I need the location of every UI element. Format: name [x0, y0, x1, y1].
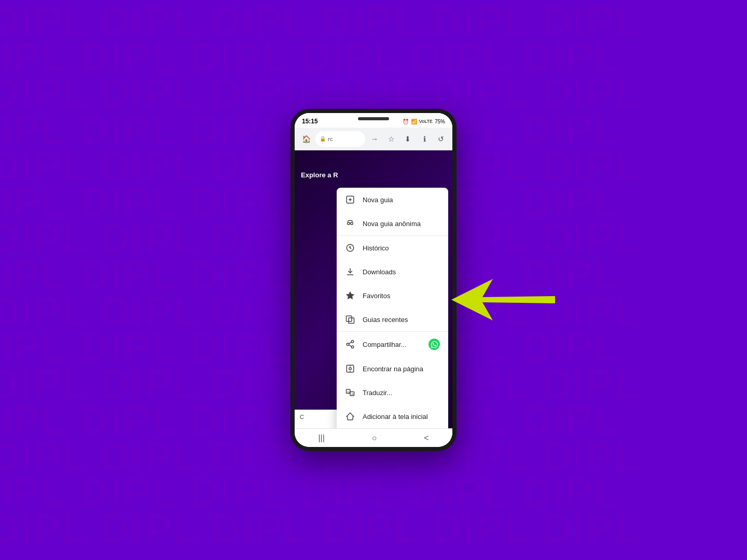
info-icon[interactable]: ℹ [417, 132, 432, 146]
svg-line-13 [349, 345, 351, 346]
compartilhar-icon [345, 339, 355, 349]
forward-icon[interactable]: → [367, 132, 382, 146]
encontrar-label: Encontrar na página [363, 365, 440, 373]
bottom-nav: ||| ○ < [295, 428, 452, 447]
favoritos-icon [345, 290, 355, 301]
anonima-label: Nova guia anônima [363, 220, 440, 228]
dropdown-menu: Nova guia Nova guia anônima [337, 188, 448, 428]
whatsapp-icon [428, 339, 440, 350]
phone-screen: 15:15 ⏰ 📶 VoLTE 75% 🏠 🔒 rc → ☆ ⬇ ℹ [295, 113, 452, 447]
battery-icon: 75% [435, 119, 445, 124]
phone-frame: 15:15 ⏰ 📶 VoLTE 75% 🏠 🔒 rc → ☆ ⬇ ℹ [290, 109, 457, 451]
svg-point-4 [351, 222, 353, 225]
bookmark-icon[interactable]: ☆ [384, 132, 398, 146]
menu-item-guias-recentes[interactable]: Guias recentes [337, 307, 448, 331]
adicionar-tela-icon [345, 411, 355, 422]
arrow-svg [451, 276, 555, 323]
menu-item-nova-guia[interactable]: Nova guia [337, 188, 448, 212]
download-icon[interactable]: ⬇ [400, 132, 415, 146]
svg-marker-7 [347, 292, 354, 299]
anonima-icon [345, 218, 355, 229]
menu-item-historico[interactable]: Histórico [337, 236, 448, 260]
status-icons: ⏰ 📶 VoLTE 75% [403, 119, 445, 124]
nova-guia-icon [345, 194, 355, 205]
nav-menu-button[interactable]: ||| [318, 433, 324, 443]
menu-item-anonima[interactable]: Nova guia anônima [337, 212, 448, 235]
url-bar[interactable]: 🔒 rc [315, 131, 365, 147]
guias-recentes-icon [345, 314, 355, 325]
traduzir-label: Traduzir... [363, 389, 440, 397]
menu-item-favoritos[interactable]: Favoritos [337, 284, 448, 307]
alarm-icon: ⏰ [403, 119, 409, 124]
url-text: rc [328, 136, 333, 142]
menu-item-encontrar[interactable]: Encontrar na página [337, 357, 448, 381]
downloads-label: Downloads [363, 268, 440, 276]
phone-speaker [358, 117, 389, 120]
whatsapp-badge [428, 339, 440, 350]
traduzir-icon: G A [345, 387, 355, 398]
menu-item-traduzir[interactable]: G A Traduzir... [337, 381, 448, 404]
arrow-annotation [451, 276, 555, 325]
signal-icon: VoLTE [419, 119, 433, 124]
phone-container: 15:15 ⏰ 📶 VoLTE 75% 🏠 🔒 rc → ☆ ⬇ ℹ [290, 109, 457, 451]
svg-marker-27 [451, 279, 555, 320]
status-time: 15:15 [302, 118, 318, 125]
menu-item-compartilhar[interactable]: Compartilhar... [337, 332, 448, 357]
svg-text:A: A [351, 393, 353, 396]
nova-guia-label: Nova guia [363, 196, 440, 204]
home-icon[interactable]: 🏠 [299, 132, 313, 146]
downloads-icon [345, 267, 355, 277]
refresh-icon[interactable]: ↺ [434, 132, 448, 146]
page-content: Explore a R C [295, 150, 452, 428]
adicionar-tela-label: Adicionar à tela inicial [363, 413, 440, 421]
svg-point-3 [348, 222, 350, 225]
svg-text:G: G [348, 390, 350, 394]
nav-home-button[interactable]: ○ [372, 433, 377, 443]
svg-point-11 [347, 343, 349, 346]
status-bar: 15:15 ⏰ 📶 VoLTE 75% [295, 113, 452, 128]
historico-label: Histórico [363, 244, 440, 252]
guias-recentes-label: Guias recentes [363, 316, 440, 324]
encontrar-icon [345, 363, 355, 374]
svg-point-16 [349, 368, 352, 370]
explore-text: Explore a R [301, 171, 338, 179]
svg-point-10 [351, 341, 354, 343]
menu-item-adicionar-tela[interactable]: Adicionar à tela inicial [337, 404, 448, 428]
compartilhar-label: Compartilhar... [363, 341, 421, 348]
menu-item-downloads[interactable]: Downloads [337, 260, 448, 284]
svg-line-14 [349, 342, 351, 344]
historico-icon [345, 243, 355, 253]
nav-back-button[interactable]: < [424, 433, 428, 443]
browser-toolbar: 🏠 🔒 rc → ☆ ⬇ ℹ ↺ [295, 128, 452, 150]
svg-point-12 [351, 346, 354, 348]
wifi-icon: 📶 [411, 119, 417, 124]
favoritos-label: Favoritos [363, 292, 440, 300]
lock-icon: 🔒 [320, 136, 326, 142]
